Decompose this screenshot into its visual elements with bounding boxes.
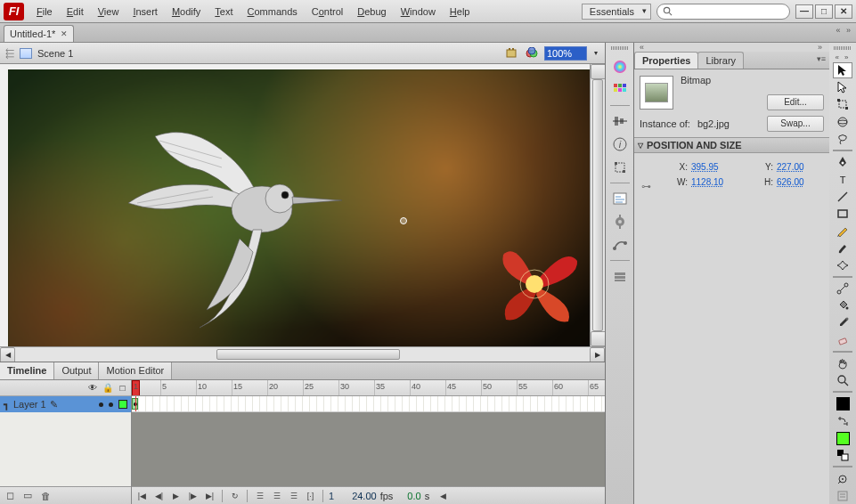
menu-file[interactable]: File [29,4,60,20]
scroll-right-icon[interactable]: ▶ [590,347,605,362]
play-button[interactable]: ▶ [169,490,183,502]
delete-layer-button[interactable]: 🗑 [39,490,52,502]
layer-outline-swatch[interactable] [118,400,127,409]
stage-bitmap-flower[interactable] [481,232,588,330]
eraser-tool[interactable] [833,332,852,348]
stage-vscrollbar[interactable]: ▲ ▼ [590,64,605,346]
menu-text[interactable]: Text [208,4,240,20]
paint-bucket-tool[interactable] [833,297,852,313]
workspace-dropdown[interactable]: Essentials [582,4,651,20]
scroll-up-icon[interactable]: ▲ [591,64,605,79]
back-arrow-icon[interactable]: ⬱ [5,47,14,59]
layer-row[interactable]: ┓ Layer 1 ✎ [0,396,131,412]
menu-edit[interactable]: Edit [60,4,91,20]
lasso-tool[interactable] [833,131,852,147]
w-value[interactable]: 1128.10 [691,177,745,187]
rectangle-tool[interactable] [833,206,852,222]
color-panel-icon[interactable] [610,57,630,77]
goto-first-button[interactable]: |◀ [135,490,149,502]
panel-menu-icon[interactable]: ▾≡ [817,54,826,63]
timeline-scroll-left[interactable]: ◀ [436,490,450,502]
stage-hscrollbar[interactable]: ◀ ▶ [0,346,605,362]
close-tab-icon[interactable]: ✕ [61,29,68,38]
zoom-field[interactable]: 100% [544,46,587,61]
components-panel-icon[interactable] [610,212,630,232]
minimize-button[interactable]: — [795,4,813,19]
eyedropper-tool[interactable] [833,314,852,330]
stage[interactable]: ▲ ▼ ◀ ▶ [0,64,605,362]
transform-panel-icon[interactable] [610,158,630,177]
info-panel-icon[interactable]: i [610,134,630,154]
dock-grip[interactable] [611,46,629,50]
pencil-tool[interactable] [833,223,852,239]
outline-header-icon[interactable]: □ [118,383,127,393]
close-button[interactable]: ✕ [835,4,852,19]
tab-library[interactable]: Library [697,52,744,69]
menu-debug[interactable]: Debug [350,4,393,20]
onion-skin-button[interactable]: ☰ [253,490,266,502]
panel-expand-icon[interactable]: » [818,43,824,52]
free-transform-tool[interactable] [833,96,852,112]
transform-pivot-icon[interactable] [400,217,407,224]
tab-properties[interactable]: Properties [634,52,698,69]
onion-outline-button[interactable]: ☰ [270,490,283,502]
layer-name[interactable]: Layer 1 [13,399,46,410]
x-value[interactable]: 395.95 [691,162,745,172]
h-value[interactable]: 626.00 [777,177,830,187]
swatches-panel-icon[interactable] [610,80,630,100]
tab-motion-editor[interactable]: Motion Editor [99,362,172,379]
search-input[interactable] [656,4,790,20]
menu-modify[interactable]: Modify [165,4,208,20]
brush-tool[interactable] [833,240,852,256]
deco-tool[interactable] [833,257,852,273]
bone-tool[interactable] [833,280,852,297]
position-size-section[interactable]: ▽POSITION AND SIZE [634,137,829,153]
zoom-dropdown-icon[interactable]: ▾ [592,49,599,57]
hand-tool[interactable] [833,355,852,371]
current-frame-value[interactable]: 1 [329,491,334,501]
align-panel-icon[interactable] [610,111,630,131]
visibility-header-icon[interactable]: 👁 [87,383,97,393]
pen-tool[interactable] [833,154,852,170]
link-dimensions-icon[interactable]: ⊶ [640,180,652,192]
scene-label[interactable]: Scene 1 [37,48,73,59]
frames-pane[interactable]: 15101520253035404550556065707580 |◀ ◀| ▶… [132,380,605,504]
edit-multi-button[interactable]: ☰ [287,490,300,502]
motion-presets-icon[interactable] [610,235,630,255]
menu-help[interactable]: Help [443,4,477,20]
tools-grip[interactable] [834,46,852,50]
menu-commands[interactable]: Commands [240,4,305,20]
new-folder-button[interactable]: ▭ [21,490,34,502]
tools-expand-icon[interactable]: « » [835,53,850,61]
subselection-tool[interactable] [833,79,852,95]
maximize-button[interactable]: □ [815,4,833,19]
layer-visible-dot[interactable] [99,402,103,407]
edit-scene-icon[interactable] [505,46,519,61]
new-layer-button[interactable]: ◻ [4,490,16,502]
3d-rotation-tool[interactable] [833,113,852,129]
hscroll-thumb[interactable] [216,349,400,360]
menu-insert[interactable]: Insert [126,4,165,20]
black-white-icon[interactable] [833,447,852,463]
fill-color-swatch[interactable] [833,430,852,446]
menu-control[interactable]: Control [305,4,350,20]
expand-panels-icon[interactable]: « » [836,26,852,35]
line-tool[interactable] [833,188,852,204]
edit-button[interactable]: Edit... [767,94,824,110]
stroke-color-swatch[interactable] [833,395,852,411]
lock-header-icon[interactable]: 🔒 [102,383,112,393]
fps-value[interactable]: 24.00 [352,491,377,501]
project-panel-icon[interactable] [610,266,630,286]
menu-window[interactable]: Window [394,4,443,20]
tab-output[interactable]: Output [54,362,99,379]
loop-button[interactable]: ↻ [228,490,241,502]
step-fwd-button[interactable]: |▶ [186,490,200,502]
layer-frames[interactable] [132,396,605,412]
frame-ruler[interactable]: 15101520253035404550556065707580 [132,380,605,396]
canvas[interactable] [8,69,592,353]
swap-colors-icon[interactable] [833,413,852,429]
text-tool[interactable]: T [833,171,852,187]
document-tab[interactable]: Untitled-1* ✕ [4,25,74,42]
step-back-button[interactable]: ◀| [152,490,166,502]
edit-symbol-icon[interactable] [525,46,539,61]
